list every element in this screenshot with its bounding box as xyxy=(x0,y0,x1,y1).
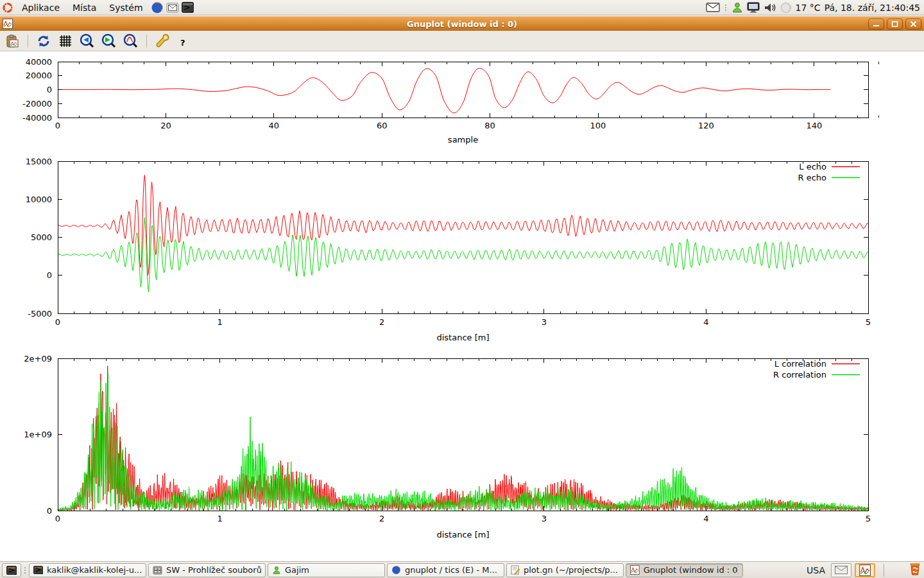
plot-border xyxy=(58,358,868,511)
y-tick-label: 0 xyxy=(47,270,52,280)
plot-2-series-r-echo xyxy=(58,218,868,292)
toolbar-separator xyxy=(28,35,28,48)
plot-2: 012345-5000050001000015000distance [m]L … xyxy=(26,157,871,343)
panel-menu-místa[interactable]: Místa xyxy=(66,0,103,15)
keyboard-layout-indicator[interactable]: USA xyxy=(807,565,825,575)
grid-icon[interactable] xyxy=(57,33,74,49)
taskbar-item-label: plot.gn (~/projects/p... xyxy=(524,565,618,575)
y-tick-label: 2e+09 xyxy=(24,354,52,363)
firefox-icon[interactable] xyxy=(150,0,165,15)
svg-text:>_: >_ xyxy=(35,566,43,574)
minimize-button[interactable] xyxy=(868,19,884,30)
ubuntu-logo-icon[interactable] xyxy=(0,0,15,15)
x-tick-label: 0 xyxy=(55,317,60,327)
legend-label: L correlation xyxy=(774,359,826,369)
window-titlebar[interactable]: Gnuplot (window id : 0) xyxy=(0,16,924,31)
next-zoom-icon[interactable] xyxy=(101,33,117,49)
copy-to-clipboard-button[interactable] xyxy=(4,33,21,49)
panel-menus: AplikaceMístaSystém xyxy=(15,0,150,15)
y-tick-label: 0 xyxy=(47,85,52,94)
firefox-icon xyxy=(391,565,401,575)
x-axis-title: distance [m] xyxy=(436,333,489,342)
x-tick-label: 1 xyxy=(217,514,222,523)
gajim-icon xyxy=(272,566,281,575)
legend-label: R echo xyxy=(798,173,826,182)
mail-tray-button[interactable] xyxy=(831,563,851,577)
plot-border xyxy=(58,62,868,118)
panel-menu-systém[interactable]: Systém xyxy=(103,0,149,15)
x-tick-label: 80 xyxy=(484,121,495,130)
help-icon[interactable]: ? xyxy=(176,33,193,49)
y-tick-label: 5000 xyxy=(31,232,52,242)
x-tick-label: 40 xyxy=(269,121,280,130)
mail-icon[interactable] xyxy=(706,3,720,12)
bottom-taskbar: >_ >_kaklik@kaklik-kolej-u...SW - Prohlí… xyxy=(0,561,924,578)
plots-svg: 020406080100120140-40000-200000200004000… xyxy=(0,51,924,561)
text-editor-icon xyxy=(511,565,520,575)
ubuntu-logo-icon xyxy=(2,2,13,13)
x-tick-label: 4 xyxy=(703,514,708,523)
display-icon[interactable] xyxy=(747,2,760,13)
gnuplot-icon xyxy=(3,19,13,29)
y-tick-label: 0 xyxy=(47,506,52,516)
gnuplot-icon xyxy=(630,565,640,575)
taskbar-item-label: SW - Prohlížeč souborů xyxy=(166,565,261,575)
x-tick-label: 100 xyxy=(590,121,606,130)
x-tick-label: 5 xyxy=(866,514,871,523)
gnuplot-toolbar: ? xyxy=(0,31,924,51)
tray-separator xyxy=(884,564,884,577)
plot-1-series-signal xyxy=(58,68,830,113)
plot-1: 020406080100120140-40000-200000200004000… xyxy=(22,57,879,145)
y-tick-label: -5000 xyxy=(28,309,52,319)
taskbar-item-4[interactable]: plot.gn (~/projects/p... xyxy=(506,563,624,577)
replot-icon[interactable] xyxy=(35,33,52,49)
close-button[interactable] xyxy=(905,19,921,30)
mail-icon[interactable] xyxy=(165,0,180,15)
trash-icon[interactable] xyxy=(908,562,922,578)
taskbar-item-3[interactable]: gnuplot / tics (E) - M... xyxy=(387,563,504,577)
taskbar-item-2[interactable]: Gajim xyxy=(268,563,385,577)
taskbar-item-0[interactable]: >_kaklik@kaklik-kolej-u... xyxy=(29,563,146,577)
gajim-icon[interactable] xyxy=(732,2,743,13)
taskbar-item-5[interactable]: Gnuplot (window id : 0) xyxy=(626,563,743,577)
x-tick-label: 0 xyxy=(55,121,60,130)
plot-3-series-l-correlation xyxy=(58,366,868,511)
x-tick-label: 3 xyxy=(542,317,547,327)
weather-icon[interactable] xyxy=(780,2,792,13)
x-tick-label: 1 xyxy=(217,317,222,327)
gnuplot-tray-button[interactable] xyxy=(855,563,875,577)
plot-2-series-l-echo xyxy=(58,175,868,276)
legend-label: L echo xyxy=(799,162,826,171)
x-axis-title: distance [m] xyxy=(436,530,489,539)
x-tick-label: 0 xyxy=(55,514,60,523)
x-tick-label: 60 xyxy=(377,121,388,130)
options-wrench-icon[interactable] xyxy=(154,33,171,49)
top-panel: AplikaceMístaSystém >_ xyxy=(0,0,924,15)
taskbar-tray: USA xyxy=(807,562,922,578)
show-desktop-button[interactable]: >_ xyxy=(2,563,21,577)
temperature-label[interactable]: 17 °C xyxy=(796,3,821,13)
y-tick-label: -40000 xyxy=(22,113,52,123)
y-tick-label: -20000 xyxy=(22,99,52,109)
toolbar-separator xyxy=(146,35,147,48)
file-manager-icon xyxy=(153,566,162,575)
taskbar-item-1[interactable]: SW - Prohlížeč souborů xyxy=(148,563,266,577)
maximize-button[interactable] xyxy=(887,19,903,30)
x-tick-label: 20 xyxy=(160,121,171,130)
volume-icon[interactable] xyxy=(764,3,776,13)
x-tick-label: 2 xyxy=(379,317,384,327)
gnuplot-canvas[interactable]: 020406080100120140-40000-200000200004000… xyxy=(0,51,924,561)
x-tick-label: 140 xyxy=(806,121,822,130)
x-tick-label: 120 xyxy=(698,121,714,130)
terminal-icon[interactable]: >_ xyxy=(180,0,196,15)
plot-3-series-r-correlation xyxy=(58,374,868,511)
x-tick-label: 4 xyxy=(703,317,708,327)
taskbar-item-label: kaklik@kaklik-kolej-u... xyxy=(47,565,142,575)
taskbar-item-label: Gnuplot (window id : 0) xyxy=(644,565,739,575)
panel-menu-aplikace[interactable]: Aplikace xyxy=(15,0,66,15)
previous-zoom-icon[interactable] xyxy=(79,33,96,49)
x-tick-label: 5 xyxy=(866,317,871,327)
tray-handle[interactable] xyxy=(724,4,728,11)
clock-label[interactable]: Pá, 18. září, 21:40:45 xyxy=(825,3,920,13)
autoscale-icon[interactable] xyxy=(123,33,139,49)
